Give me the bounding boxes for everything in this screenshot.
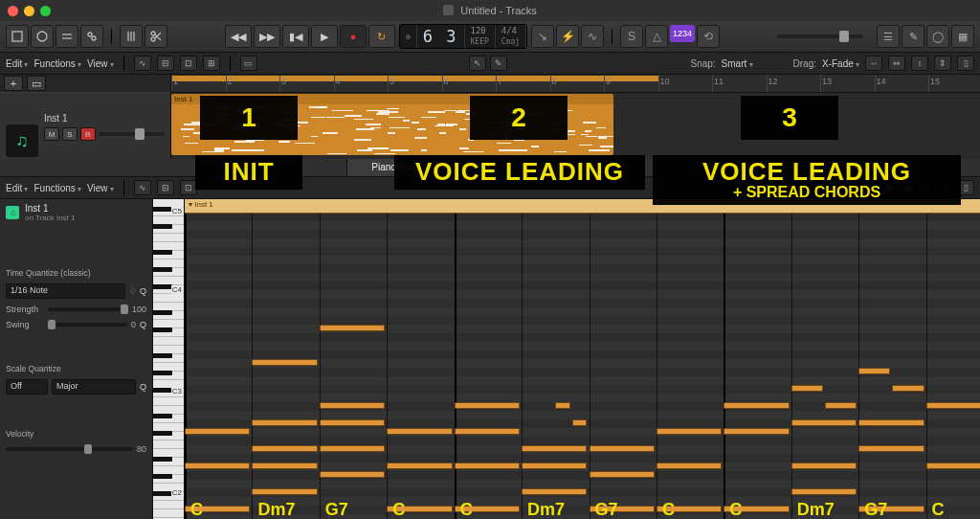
tuner-icon[interactable]: ∿ [581,25,604,48]
tracks-functions-menu[interactable]: Functions [33,58,81,69]
midi-note[interactable] [791,463,857,469]
velocity-value[interactable]: 80 [137,444,146,454]
solo-button[interactable]: S [62,127,78,141]
sq-scale-select[interactable]: Major [52,379,136,395]
piano-view-menu[interactable]: View [87,183,114,193]
midi-note[interactable] [320,419,385,426]
flex-icon[interactable]: ⊟ [157,56,174,71]
sq-onoff-select[interactable]: Off [6,379,48,395]
lcd-position[interactable]: 6 3 [423,26,458,47]
stop-button[interactable]: ▮◀ [282,25,309,48]
midi-note[interactable] [858,419,924,426]
swing-value[interactable]: 0 [131,320,136,329]
zoom-horiz-icon[interactable]: ⇔ [888,56,905,71]
zoom-vert-icon[interactable]: ⇕ [934,56,951,71]
zoom-window-icon[interactable] [40,6,51,16]
mute-button[interactable]: M [44,127,59,141]
midi-note[interactable] [320,325,385,331]
swing-slider[interactable] [48,323,127,327]
count-in-button[interactable]: 1234 [670,25,695,42]
add-track-button[interactable]: + [4,76,23,91]
midi-note[interactable] [724,402,789,409]
midi-note[interactable] [791,385,823,392]
pointer-tool-icon[interactable]: ↖ [469,56,486,71]
tracks-edit-menu[interactable]: Edit [6,58,28,69]
minimize-window-icon[interactable] [24,6,34,16]
midi-note[interactable] [791,488,857,495]
midi-note[interactable] [892,385,924,392]
metronome-icon[interactable]: △ [645,25,668,48]
piano-edit-menu[interactable]: Edit [6,183,28,193]
midi-note[interactable] [252,359,317,366]
midi-note[interactable] [572,419,588,426]
piano-automation-icon[interactable]: ∿ [134,180,151,195]
midi-note[interactable] [320,402,385,409]
midi-note[interactable] [926,402,980,409]
arrange-ruler[interactable]: 123456789101112131415 [171,75,980,93]
lcd-key[interactable]: Cmaj [501,36,520,47]
midi-note[interactable] [320,445,385,452]
tracks-view-menu[interactable]: View [87,58,114,69]
velocity-slider[interactable] [6,447,133,451]
snap-select[interactable]: Smart [722,58,753,69]
midi-note[interactable] [522,445,587,452]
smart-controls-button[interactable] [80,25,103,48]
midi-note[interactable] [858,368,890,374]
track-volume-slider[interactable] [99,132,165,136]
record-button[interactable]: ● [340,25,367,48]
zoom-horiz-out-icon[interactable]: ↔ [865,56,882,71]
scroll-bar-icon[interactable]: ▯ [957,56,974,71]
mixer-button[interactable] [120,25,143,48]
cycle-range[interactable] [171,76,659,81]
lcd-timesig[interactable]: 4/4 [501,26,520,36]
piano-catch-icon[interactable]: ⊟ [157,180,174,195]
lcd-tempo[interactable]: 120 [471,26,489,36]
notepad-button[interactable]: ✎ [902,25,924,48]
midi-note[interactable] [252,463,317,469]
midi-note[interactable] [252,488,317,495]
instrument-icon[interactable]: ♫ [6,124,38,157]
midi-note[interactable] [185,463,250,469]
midi-note[interactable] [926,463,980,469]
midi-note[interactable] [185,428,250,435]
midi-note[interactable] [522,488,587,495]
midi-note[interactable] [657,463,722,469]
solo-icon[interactable]: S [620,25,643,48]
low-latency-icon[interactable]: ⚡ [556,25,579,48]
rewind-button[interactable]: ◀◀ [225,25,252,48]
strength-slider[interactable] [48,307,128,311]
midi-note[interactable] [657,428,722,435]
midi-note[interactable] [858,445,924,452]
browser-button[interactable]: ▦ [951,25,974,48]
midi-note[interactable] [455,402,520,409]
midi-note[interactable] [252,419,317,426]
catch-icon[interactable]: ⊡ [180,56,197,71]
midi-note[interactable] [825,402,857,409]
cycle-button[interactable]: ↻ [368,25,395,48]
play-button[interactable]: ▶ [311,25,338,48]
arrange-canvas[interactable]: 123456789101112131415 Inst 1 1 2 3 [171,75,980,161]
groups-icon[interactable]: ⊞ [203,56,220,71]
loops-button[interactable]: ◯ [926,25,949,48]
strength-value[interactable]: 100 [132,305,146,314]
replace-mode-icon[interactable]: ↘ [531,25,554,48]
inspector-button[interactable] [31,25,54,48]
lcd-display[interactable]: ⚙ 6 3 120 KEEP 4/4 Cmaj [399,24,527,49]
drag-select[interactable]: X-Fade [822,58,859,69]
midi-note[interactable] [455,428,520,435]
track-name[interactable]: Inst 1 [44,113,165,124]
midi-note[interactable] [791,419,857,426]
midi-note[interactable] [252,445,317,452]
track-row[interactable]: ♫ Inst 1 M S R [0,92,170,161]
midi-note[interactable] [387,463,452,469]
toolbar-button[interactable] [56,25,78,48]
pencil-tool-icon[interactable]: ✎ [490,56,507,71]
scissors-button[interactable] [145,25,167,48]
midi-note[interactable] [590,445,655,452]
tq-select[interactable]: 1/16 Note [6,283,125,299]
midi-note[interactable] [455,463,520,469]
midi-note[interactable] [724,428,789,435]
zoom-horiz-in-icon[interactable]: ↕ [911,56,928,71]
duplicate-track-button[interactable]: ▭ [27,76,46,91]
marquee-icon[interactable]: ▭ [240,56,257,71]
